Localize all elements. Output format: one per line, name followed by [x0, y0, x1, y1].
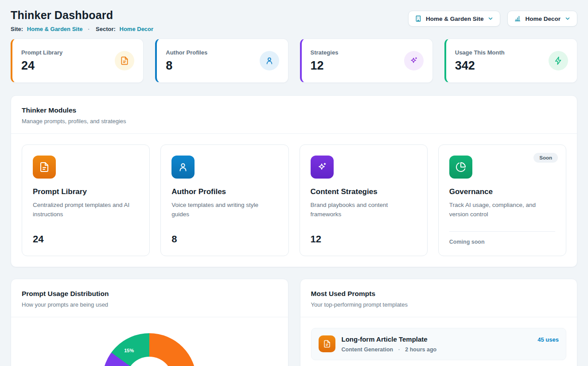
modules-grid: Prompt Library Centralized prompt templa… — [11, 134, 577, 267]
stat-text: Author Profiles 8 — [166, 49, 207, 73]
site-label: Site: — [11, 26, 23, 32]
star-icon — [404, 51, 424, 70]
modules-panel-header: Thinker Modules Manage prompts, profiles… — [11, 96, 577, 134]
module-count: 8 — [171, 234, 277, 245]
document-icon — [115, 51, 134, 70]
module-title: Author Profiles — [171, 187, 277, 196]
donut-segment-label: 15% — [124, 348, 134, 353]
stat-card-prompt-library: Prompt Library 24 — [11, 39, 144, 83]
stat-card-author-profiles: Author Profiles 8 — [155, 39, 288, 83]
user-icon — [171, 156, 195, 179]
stat-value: 8 — [166, 59, 207, 73]
stat-label: Usage This Month — [455, 49, 505, 56]
stat-label: Strategies — [311, 49, 339, 56]
usage-card-subtitle: How your prompts are being used — [22, 301, 277, 308]
module-count: 12 — [311, 234, 417, 245]
module-title: Prompt Library — [33, 187, 139, 196]
dashboard-page: Thinker Dashboard Site: Home & Garden Si… — [0, 0, 588, 366]
document-icon — [33, 156, 56, 179]
most-used-prompts-card: Most Used Prompts Your top-performing pr… — [300, 279, 578, 366]
thinker-modules-panel: Thinker Modules Manage prompts, profiles… — [11, 95, 577, 267]
stat-card-strategies: Strategies 12 — [300, 39, 433, 83]
chevron-down-icon — [487, 16, 494, 22]
modules-panel-subtitle: Manage prompts, profiles, and strategies — [22, 118, 566, 125]
stat-value: 24 — [21, 59, 62, 73]
prompts-card-header: Most Used Prompts Your top-performing pr… — [300, 279, 577, 317]
module-title: Content Strategies — [311, 187, 417, 196]
site-selector-button[interactable]: Home & Garden Site — [408, 11, 501, 27]
building-icon — [415, 15, 422, 22]
header-selectors: Home & Garden Site Home Decor — [408, 11, 577, 27]
stat-value: 342 — [455, 59, 505, 73]
prompt-item-uses: 45 uses — [537, 335, 559, 343]
prompt-usage-distribution-card: Prompt Usage Distribution How your promp… — [11, 279, 288, 366]
prompt-item-time: 2 hours ago — [405, 347, 436, 353]
pie-chart-icon — [449, 156, 472, 179]
breadcrumb-dot: · — [88, 26, 90, 32]
usage-card-title: Prompt Usage Distribution — [22, 290, 277, 298]
lightning-icon — [549, 51, 568, 70]
prompts-card-title: Most Used Prompts — [311, 290, 567, 298]
prompts-card-subtitle: Your top-performing prompt templates — [311, 301, 567, 308]
stat-label: Prompt Library — [21, 49, 62, 56]
module-card-governance: Soon Governance Track AI usage, complian… — [438, 144, 566, 256]
module-card-prompt-library[interactable]: Prompt Library Centralized prompt templa… — [22, 144, 150, 256]
stat-text: Strategies 12 — [311, 49, 339, 73]
prompt-item-meta: Content Generation · 2 hours ago — [342, 347, 437, 353]
sector-label: Sector: — [96, 26, 116, 32]
document-icon — [319, 335, 335, 352]
module-description: Centralized prompt templates and AI inst… — [33, 201, 139, 219]
top-bar: Thinker Dashboard Site: Home & Garden Si… — [11, 8, 577, 32]
module-description: Track AI usage, compliance, and version … — [449, 201, 555, 219]
module-description: Voice templates and writing style guides — [171, 201, 277, 219]
page-title: Thinker Dashboard — [11, 9, 153, 22]
soon-badge: Soon — [533, 153, 558, 163]
chart-area: 15% — [11, 317, 288, 366]
module-card-content-strategies[interactable]: Content Strategies Brand playbooks and c… — [300, 144, 428, 256]
module-title: Governance — [449, 187, 555, 196]
modules-panel-title: Thinker Modules — [22, 106, 566, 114]
stat-card-usage: Usage This Month 342 — [444, 39, 577, 83]
chevron-down-icon — [565, 16, 571, 22]
sector-link[interactable]: Home Decor — [120, 26, 154, 32]
coming-soon-note: Coming soon — [449, 231, 555, 245]
star-icon — [311, 156, 334, 179]
site-selector-label: Home & Garden Site — [426, 16, 484, 22]
donut-chart: 15% — [102, 333, 196, 366]
stats-row: Prompt Library 24 Author Profiles 8 Stra… — [11, 39, 577, 83]
module-count: 24 — [33, 234, 139, 245]
meta-dot: · — [398, 347, 400, 353]
prompt-list-item[interactable]: Long-form Article Template Content Gener… — [311, 328, 567, 360]
sector-selector-button[interactable]: Home Decor — [507, 11, 577, 27]
bar-chart-icon — [514, 15, 521, 22]
stat-text: Usage This Month 342 — [455, 49, 505, 73]
bottom-row: Prompt Usage Distribution How your promp… — [11, 279, 577, 366]
stat-text: Prompt Library 24 — [21, 49, 62, 73]
stat-value: 12 — [311, 59, 339, 73]
header-text-block: Thinker Dashboard Site: Home & Garden Si… — [11, 8, 153, 32]
prompt-item-category: Content Generation — [342, 347, 393, 353]
stat-label: Author Profiles — [166, 49, 207, 56]
user-icon — [260, 51, 279, 70]
usage-card-header: Prompt Usage Distribution How your promp… — [11, 279, 288, 317]
prompt-item-title: Long-form Article Template — [342, 335, 437, 343]
module-card-author-profiles[interactable]: Author Profiles Voice templates and writ… — [160, 144, 288, 256]
sector-selector-label: Home Decor — [525, 16, 561, 22]
prompt-item-text: Long-form Article Template Content Gener… — [342, 335, 437, 353]
breadcrumb: Site: Home & Garden Site · Sector: Home … — [11, 26, 153, 32]
site-link[interactable]: Home & Garden Site — [27, 26, 83, 32]
module-description: Brand playbooks and content frameworks — [311, 201, 417, 219]
